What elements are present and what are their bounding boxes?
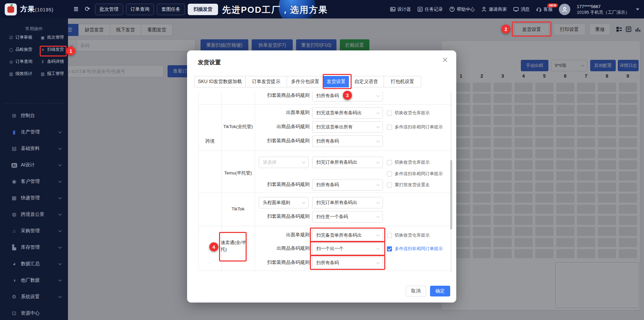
nav-scan-shipping[interactable]: 扫描发货 (188, 4, 218, 15)
checkbox-icon[interactable] (387, 183, 392, 188)
tab-custom-voice[interactable]: 自定义语音 (349, 76, 384, 87)
quickop-quality-check[interactable]: ▢品检验货 (9, 47, 32, 52)
chevron-down-icon (377, 160, 380, 164)
chevron-down-icon (59, 262, 62, 265)
nav-order-query[interactable]: 订单查询 (126, 4, 154, 15)
sidebar-item-resource-center[interactable]: ⊡资源中心 (0, 305, 68, 320)
work-report-icon: ▧ (40, 72, 45, 76)
invite-merchant-link[interactable]: 邀请商家 (481, 6, 507, 12)
chevron-down-icon (377, 215, 380, 218)
modal-tabs: SKU ID发货数据加载 订单发货提示 多件分包设置 发货设置 自定义语音 打包… (194, 76, 421, 87)
rule-dropdown[interactable]: 扫一个出一个 (312, 243, 383, 254)
checkbox-icon[interactable] (387, 111, 392, 116)
sidebar-item-ai-design[interactable]: AiAI设计 (0, 157, 68, 173)
account-info[interactable]: 177****5667 10195 手机壳（工厂演示） (577, 4, 630, 15)
nav-image-task[interactable]: 套图任务 (157, 4, 185, 15)
gear-icon: ⚙ (11, 294, 17, 300)
checkbox-icon[interactable] (387, 233, 392, 238)
quick-ops-title: 常用操作 (0, 26, 68, 32)
batch-icon: ▣ (40, 35, 45, 40)
account-phone: 177****5667 (577, 4, 630, 9)
rule-dropdown[interactable]: 扫所有条码 (312, 135, 383, 147)
warehouse-switch-checkbox[interactable]: 切换收货仓库提示 (387, 110, 430, 116)
quickop-performance-stats[interactable]: ▥绩效统计 (9, 71, 32, 77)
checkbox-icon[interactable] (387, 160, 392, 165)
messages-link[interactable]: 消息 (513, 6, 530, 12)
rule-dropdown[interactable]: 扫所有条码 (312, 179, 383, 191)
close-icon[interactable]: ✕ (442, 56, 448, 65)
cancel-button[interactable]: 取消 (406, 286, 426, 296)
rule-dropdown[interactable]: 扫任意一个条码 (312, 211, 383, 223)
setting-label: 扫套装商品条码规则 (256, 92, 310, 98)
chevron-down-icon (302, 160, 306, 164)
quickop-work-report[interactable]: ▧报工管理 (40, 71, 64, 77)
reprint-follow-settings-checkbox[interactable]: 重打按发货设置走 (387, 182, 430, 188)
tab-order-ship-hint[interactable]: 订单发货提示 (245, 76, 287, 87)
task-list-icon (417, 6, 423, 12)
image-icon (390, 6, 396, 12)
tab-packer-settings[interactable]: 打包机设置 (384, 76, 421, 87)
multi-scan-hint-checkbox[interactable]: 多件连扫非相同订单提示 (387, 246, 443, 252)
multi-scan-hint-checkbox[interactable]: 多件连扫非相同订单提示 (387, 171, 443, 177)
sidebar-item-inventory[interactable]: ▙库存管理 (0, 239, 68, 255)
order-query-icon: ◎ (9, 59, 13, 64)
checkbox-checked-icon[interactable] (387, 246, 392, 251)
sidebar-item-system-settings[interactable]: ⚙系统设置 (0, 288, 68, 305)
multi-scan-hint-checkbox[interactable]: 多件连扫非相同订单提示 (387, 124, 443, 130)
tab-multi-parcel[interactable]: 多件分包设置 (287, 76, 324, 87)
quickop-order-review[interactable]: ☑订单审核 (9, 35, 32, 40)
shipping-settings-modal: 发货设置 ✕ SKU ID发货数据加载 订单发货提示 多件分包设置 发货设置 自… (187, 50, 456, 303)
sidebar-item-base-data[interactable]: ▤基础资料 (0, 140, 68, 157)
warehouse-switch-checkbox[interactable]: 切换收货仓库提示 (387, 232, 430, 238)
pre-rule-dropdown[interactable]: 请选择 (259, 157, 309, 168)
quickop-barcode-detail[interactable]: ‖条码详情 (40, 59, 64, 65)
table-border (199, 271, 453, 271)
menu-collapse-icon[interactable]: ≣ (73, 6, 79, 12)
quickop-batch-management[interactable]: ▣批次管理 (40, 35, 64, 40)
refresh-icon[interactable]: ⟳ (85, 6, 90, 12)
rule-dropdown[interactable]: 扫完订单所有条码出 (312, 157, 383, 168)
rule-dropdown[interactable]: 扫完送货单所有条码出 (312, 107, 383, 119)
rule-dropdown[interactable]: 扫完订单所有条码出 (312, 197, 383, 208)
designer-link[interactable]: 设计器 (390, 6, 411, 12)
tab-shipping-settings[interactable]: 发货设置 (323, 76, 349, 87)
chevron-down-icon (59, 196, 62, 199)
step4-badge: 4 (209, 242, 218, 251)
production-icon: ▮ (11, 129, 17, 135)
account-dropdown-caret[interactable] (636, 8, 639, 10)
warehouse-switch-checkbox[interactable]: 切换收货仓库提示 (387, 159, 430, 165)
platform-tiktok-full-label: TikTok(全托管) (221, 124, 255, 130)
quality-icon: ▢ (9, 47, 13, 52)
sidebar-item-data-summary[interactable]: ◕数据汇总 (0, 255, 68, 272)
sidebar-item-express[interactable]: ▦快递管理 (0, 190, 68, 206)
pie-chart-icon: ◕ (11, 261, 17, 267)
scrollbar-thumb[interactable] (450, 160, 452, 230)
customer-service-link[interactable]: 客服 NEW (536, 6, 552, 12)
sidebar-item-customers[interactable]: ◉客户管理 (0, 173, 68, 190)
tab-skuid-data-load[interactable]: SKU ID发货数据加载 (194, 76, 246, 87)
rule-dropdown[interactable]: 扫完备货单所有条码出 (312, 230, 383, 241)
sidebar-item-crossborder-firstmile[interactable]: ◍跨境首公里 (0, 206, 68, 223)
chevron-down-icon (377, 125, 380, 128)
task-log-link[interactable]: 任务记录 (417, 6, 443, 12)
account-name: 10195 手机壳（工厂演示） (577, 9, 630, 15)
rule-dropdown[interactable]: 扫完送货单出所有 (312, 121, 383, 133)
sidebar-item-other-factory-data[interactable]: ◑他厂数据 (0, 272, 68, 288)
stats-icon: ▥ (9, 72, 13, 76)
app-logo[interactable] (5, 3, 17, 15)
nav-batch-management[interactable]: 批次管理 (95, 4, 123, 15)
checkbox-icon[interactable] (387, 125, 392, 130)
sidebar-item-console[interactable]: ⊞控制台 (0, 107, 68, 124)
quickop-scan-shipping[interactable]: ≡扫描发货 (40, 47, 64, 52)
pre-rule-dropdown[interactable]: 头程面单规则 (259, 197, 309, 208)
rule-dropdown[interactable]: 扫所有条码 (312, 257, 383, 269)
sidebar-item-purchasing[interactable]: ⌂采购管理 (0, 223, 68, 239)
sidebar-divider (4, 103, 64, 104)
confirm-button[interactable]: 确定 (430, 286, 450, 296)
avatar[interactable] (559, 4, 570, 15)
sidebar-item-production[interactable]: ▮生产管理 (0, 124, 68, 140)
quickop-order-query[interactable]: ◎订单查询 (9, 59, 32, 65)
help-center-link[interactable]: 帮助中心 (449, 6, 475, 12)
chevron-down-icon (59, 179, 62, 183)
checkbox-icon[interactable] (387, 171, 392, 176)
